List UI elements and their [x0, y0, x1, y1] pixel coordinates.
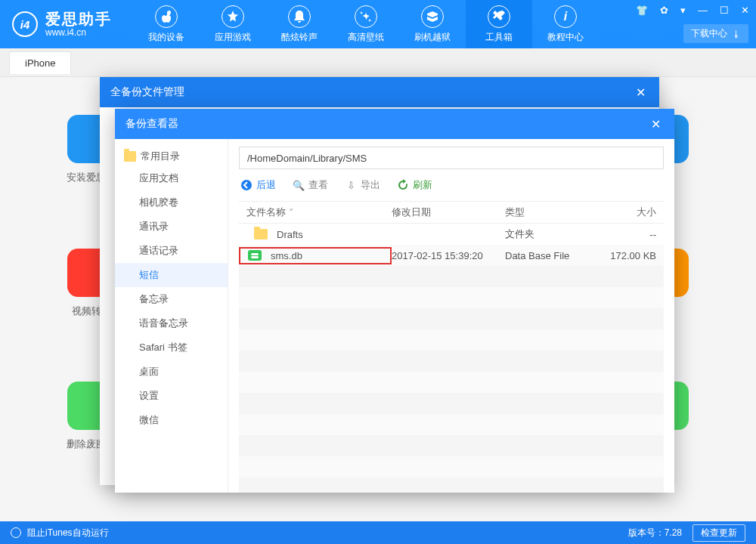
refresh-icon	[397, 179, 409, 191]
tab-iphone[interactable]: iPhone	[9, 51, 71, 74]
titlebar: i4 爱思助手 www.i4.cn 我的设备 应用游戏 酷炫铃声 高清壁纸 刷机…	[0, 0, 756, 48]
table-header: 文件名称 ˅ 修改日期 类型 大小	[239, 201, 664, 224]
nav-apps[interactable]: 应用游戏	[200, 0, 266, 48]
download-center-button[interactable]: 下载中心 ⭳	[683, 24, 748, 43]
close-icon[interactable]: ✕	[632, 85, 649, 100]
minimize-icon[interactable]: —	[696, 3, 710, 17]
back-button[interactable]: 后退	[240, 178, 276, 192]
folder-icon	[124, 151, 136, 162]
sidebar-item[interactable]: 短信	[115, 263, 228, 287]
sidebar-item[interactable]: 备忘录	[115, 287, 228, 311]
export-icon: ⇩	[345, 179, 357, 191]
col-type[interactable]: 类型	[505, 206, 596, 219]
table-row-empty	[239, 266, 664, 287]
table-row-empty	[239, 393, 664, 414]
version-text: 版本号：7.28	[628, 527, 682, 539]
logo-badge: i4	[12, 11, 38, 37]
sidebar-item[interactable]: 微信	[115, 408, 228, 432]
database-icon	[248, 250, 262, 261]
sidebar-item[interactable]: 语音备忘录	[115, 311, 228, 335]
table-row[interactable]: sms.db2017-02-15 15:39:20Data Base File1…	[239, 245, 664, 266]
table-row-empty	[239, 456, 664, 478]
window-controls: 👕 ✿ ▾ — ☐ ✕	[634, 3, 751, 17]
close-icon[interactable]: ✕	[739, 3, 751, 17]
view-button[interactable]: 🔍查看	[293, 178, 328, 192]
export-button[interactable]: ⇩导出	[345, 178, 380, 192]
app-logo: i4 爱思助手 www.i4.cn	[12, 11, 112, 38]
svg-point-0	[241, 180, 252, 190]
table-row-empty	[239, 308, 664, 329]
col-size[interactable]: 大小	[596, 206, 656, 219]
menu-icon[interactable]: ▾	[678, 3, 688, 17]
view-icon: 🔍	[293, 179, 305, 191]
check-update-button[interactable]: 检查更新	[692, 524, 745, 542]
col-date[interactable]: 修改日期	[392, 206, 505, 219]
modal-backup-viewer: 备份查看器 ✕ 常用目录 应用文档相机胶卷通讯录通话记录短信备忘录语音备忘录Sa…	[115, 109, 674, 493]
table-row-empty	[239, 414, 664, 435]
itunes-block-toggle[interactable]: 阻止iTunes自动运行	[11, 527, 109, 539]
modal-outer-title: 全备份文件管理	[110, 85, 184, 99]
table-row-empty	[239, 372, 664, 393]
modal-inner-header: 备份查看器 ✕	[115, 109, 674, 139]
modal-outer-header: 全备份文件管理 ✕	[100, 77, 659, 107]
sidebar-item[interactable]: 通讯录	[115, 215, 228, 239]
skin-icon[interactable]: 👕	[634, 3, 650, 17]
sidebar-item[interactable]: Safari 书签	[115, 335, 228, 360]
sidebar-item[interactable]: 相机胶卷	[115, 190, 228, 215]
nav-my-device[interactable]: 我的设备	[133, 0, 200, 48]
sidebar-item[interactable]: 通话记录	[115, 239, 228, 263]
nav-wallpaper[interactable]: 高清壁纸	[333, 0, 399, 48]
table-row-empty	[239, 351, 664, 372]
col-name[interactable]: 文件名称 ˅	[239, 206, 392, 219]
device-tabrow: iPhone	[0, 48, 756, 77]
back-icon	[240, 179, 253, 191]
path-input[interactable]: /HomeDomain/Library/SMS	[239, 147, 664, 169]
sidebar-item[interactable]: 桌面	[115, 360, 228, 384]
sidebar-item[interactable]: 应用文档	[115, 166, 228, 190]
sidebar-tree: 常用目录 应用文档相机胶卷通讯录通话记录短信备忘录语音备忘录Safari 书签桌…	[115, 139, 228, 493]
tree-root[interactable]: 常用目录	[115, 147, 228, 166]
table-row-empty	[239, 329, 664, 351]
folder-icon	[254, 229, 268, 240]
nav-toolbox[interactable]: 工具箱	[466, 0, 532, 48]
brand-url: www.i4.cn	[45, 27, 112, 38]
file-pane: /HomeDomain/Library/SMS 后退 🔍查看 ⇩导出 刷新 文件…	[228, 139, 674, 493]
nav-flash[interactable]: 刷机越狱	[399, 0, 466, 48]
main-nav: 我的设备 应用游戏 酷炫铃声 高清壁纸 刷机越狱 工具箱 i教程中心	[133, 0, 599, 48]
refresh-button[interactable]: 刷新	[397, 178, 432, 192]
table-row-empty	[239, 435, 664, 456]
table-body: Drafts文件夹--sms.db2017-02-15 15:39:20Data…	[239, 224, 664, 493]
close-icon[interactable]: ✕	[647, 117, 664, 131]
table-row-empty	[239, 287, 664, 308]
sidebar-item[interactable]: 设置	[115, 384, 228, 408]
sort-icon: ˅	[289, 207, 294, 218]
nav-ringtones[interactable]: 酷炫铃声	[266, 0, 333, 48]
table-row-empty	[239, 478, 664, 493]
settings-icon[interactable]: ✿	[658, 3, 671, 17]
download-icon: ⭳	[732, 29, 741, 39]
maximize-icon[interactable]: ☐	[717, 3, 731, 17]
file-toolbar: 后退 🔍查看 ⇩导出 刷新	[239, 169, 664, 201]
modal-inner-title: 备份查看器	[125, 117, 178, 131]
statusbar: 阻止iTunes自动运行 版本号：7.28 检查更新	[0, 521, 756, 544]
nav-tutorials[interactable]: i教程中心	[532, 0, 599, 48]
table-row[interactable]: Drafts文件夹--	[239, 224, 664, 245]
toggle-icon	[11, 527, 21, 538]
brand-cn: 爱思助手	[45, 11, 112, 27]
